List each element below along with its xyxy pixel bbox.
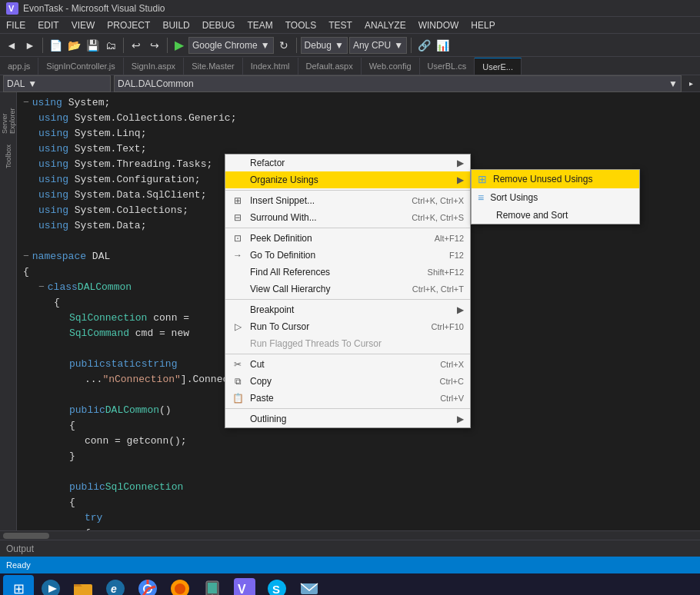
menu-analyze[interactable]: ANALYZE [358, 17, 412, 34]
save-btn[interactable]: 💾 [84, 37, 101, 54]
ctx-copy[interactable]: ⧉ Copy Ctrl+C [225, 373, 470, 390]
back-btn[interactable]: ◄ [3, 37, 20, 54]
tab-userbl[interactable]: UserBL.cs [420, 58, 475, 75]
tab-signinaspx[interactable]: SignIn.aspx [124, 58, 184, 75]
svg-rect-13 [208, 583, 217, 593]
title-bar: V EvonTask - Microsoft Visual Studio [0, 0, 700, 17]
taskbar-media[interactable] [35, 575, 66, 595]
taskbar-vs[interactable]: V [229, 575, 260, 595]
tab-appjs[interactable]: app.js [0, 58, 38, 75]
ctx-refactor[interactable]: Refactor ▶ [225, 155, 470, 171]
taskbar-folder[interactable] [68, 575, 98, 595]
menu-view[interactable]: VIEW [65, 17, 102, 34]
code-line: } [23, 449, 694, 464]
menu-debug[interactable]: DEBUG [196, 17, 242, 34]
ctx-run-cursor[interactable]: ▷ Run To Cursor Ctrl+F10 [225, 318, 470, 335]
paste-icon: 📋 [232, 393, 244, 404]
ctx-call-hierarchy[interactable]: View Call Hierarchy Ctrl+K, Ctrl+T [225, 281, 470, 298]
ctx-peek-definition[interactable]: ⊡ Peek Definition Alt+F12 [225, 230, 470, 247]
tab-sitemaster[interactable]: Site.Master [184, 58, 243, 75]
browser-dropdown[interactable]: Google Chrome ▼ [188, 37, 274, 54]
vs-icon: V [6, 2, 18, 15]
svg-point-11 [175, 583, 185, 594]
menu-tools[interactable]: TOOLS [279, 17, 322, 34]
ctx-find-references[interactable]: Find All References Shift+F12 [225, 264, 470, 281]
start-icon: ⊞ [13, 580, 25, 595]
media-icon [40, 578, 62, 595]
code-line [23, 464, 694, 480]
config-dropdown[interactable]: Debug ▼ [301, 37, 348, 54]
code-area: −using System; using System.Collections.… [17, 92, 700, 530]
submenu-remove-unused[interactable]: ⊞ Remove Unused Usings [472, 170, 639, 188]
status-text: Ready [6, 560, 31, 570]
tab-defaultaspx[interactable]: Default.aspx [298, 58, 362, 75]
menu-file[interactable]: FILE [0, 17, 32, 34]
server-explorer-icon[interactable]: Server Explorer [2, 95, 15, 134]
menu-team[interactable]: TEAM [241, 17, 278, 34]
tab-webconfig[interactable]: Web.config [362, 58, 420, 75]
menu-test[interactable]: TEST [322, 17, 358, 34]
code-line: using System.Collections.Generic; [23, 111, 694, 126]
surround-icon: ⊟ [232, 212, 244, 223]
expand-btn[interactable]: ▸ [685, 78, 697, 90]
taskbar-mail[interactable] [294, 575, 325, 595]
status-bar: Ready [0, 557, 700, 573]
perf-btn[interactable]: 📊 [434, 37, 451, 54]
menu-build[interactable]: BUILD [156, 17, 195, 34]
undo-btn[interactable]: ↩ [128, 37, 145, 54]
browser-arrow: ▼ [261, 40, 270, 51]
ctx-cut[interactable]: ✂ Cut Ctrl+X [225, 356, 470, 373]
taskbar-ie[interactable]: e [100, 575, 131, 595]
copy-icon: ⧉ [232, 376, 244, 387]
location-right[interactable]: DAL.DALCommon ▼ [114, 75, 682, 92]
outlining-arrow: ▶ [457, 414, 464, 424]
submenu-sort-usings[interactable]: ≡ Sort Usings [472, 188, 639, 207]
taskbar-chrome[interactable] [132, 575, 163, 595]
forward-btn[interactable]: ► [22, 37, 38, 54]
code-line: { [23, 495, 694, 510]
location-left[interactable]: DAL ▼ [3, 75, 111, 92]
open-btn[interactable]: 📂 [65, 37, 82, 54]
platform-dropdown[interactable]: Any CPU ▼ [349, 37, 407, 54]
sep1 [42, 38, 43, 53]
toolbox-icon[interactable]: Toolbox [2, 137, 15, 175]
refresh-btn[interactable]: ↻ [275, 37, 292, 54]
taskbar-device[interactable] [197, 575, 228, 595]
tab-usere[interactable]: UserE... [475, 58, 522, 75]
menu-project[interactable]: PROJECT [101, 17, 156, 34]
menu-help[interactable]: HELP [465, 17, 501, 34]
peek-icon: ⊡ [232, 233, 244, 244]
submenu-remove-sort[interactable]: Remove and Sort [472, 207, 639, 224]
tab-indexhtml[interactable]: Index.html [243, 58, 298, 75]
run-icon: ▷ [232, 321, 244, 332]
scrollbar-thumb[interactable] [3, 533, 49, 539]
vs-taskbar-icon: V [234, 578, 255, 595]
ctx-surround-with[interactable]: ⊟ Surround With... Ctrl+K, Ctrl+S [225, 209, 470, 226]
sort-usings-icon: ≡ [478, 191, 484, 204]
ctx-breakpoint[interactable]: Breakpoint ▶ [225, 301, 470, 318]
tab-signincontroller[interactable]: SignInController.js [38, 58, 123, 75]
ie-icon: e [105, 578, 126, 595]
sep5 [411, 38, 412, 53]
menu-window[interactable]: WINDOW [412, 17, 465, 34]
ctx-sep5 [225, 408, 470, 409]
saveall-btn[interactable]: 🗂 [102, 37, 119, 54]
breakpoint-arrow: ▶ [457, 304, 464, 315]
svg-text:V: V [238, 583, 246, 595]
horizontal-scrollbar[interactable] [0, 530, 700, 540]
attach-btn[interactable]: 🔗 [415, 37, 432, 54]
play-btn[interactable]: ▶ [172, 38, 187, 52]
ctx-outlining[interactable]: Outlining ▶ [225, 411, 470, 427]
taskbar-skype[interactable]: S [262, 575, 292, 595]
new-btn[interactable]: 📄 [47, 37, 64, 54]
config-arrow: ▼ [335, 40, 344, 51]
start-button[interactable]: ⊞ [3, 575, 34, 595]
menu-edit[interactable]: EDIT [32, 17, 65, 34]
redo-btn[interactable]: ↪ [146, 37, 163, 54]
ctx-paste[interactable]: 📋 Paste Ctrl+V [225, 390, 470, 407]
ctx-sep3 [225, 299, 470, 300]
ctx-organize-usings[interactable]: Organize Usings ▶ [225, 171, 470, 188]
taskbar-firefox[interactable] [165, 575, 195, 595]
ctx-goto-definition[interactable]: → Go To Definition F12 [225, 247, 470, 264]
ctx-insert-snippet[interactable]: ⊞ Insert Snippet... Ctrl+K, Ctrl+X [225, 192, 470, 209]
